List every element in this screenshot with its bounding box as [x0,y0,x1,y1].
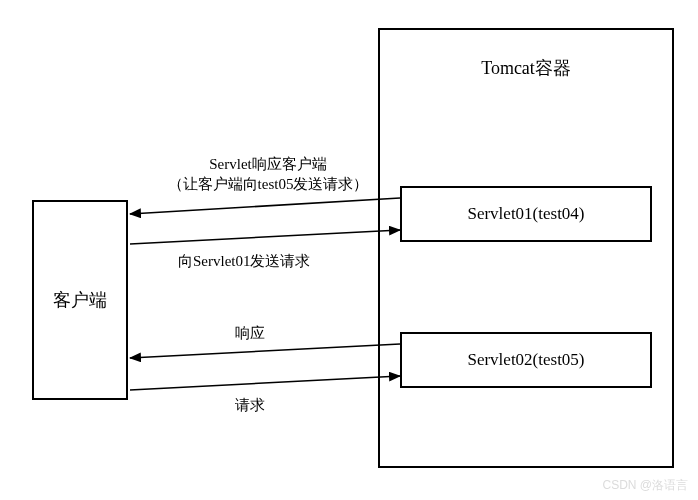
svg-line-2 [130,344,400,358]
client-box: 客户端 [32,200,128,400]
arrow-label-request-servlet02: 请求 [235,396,265,415]
client-label: 客户端 [53,288,107,312]
tomcat-container-box: Tomcat容器 [378,28,674,468]
tomcat-container-label: Tomcat容器 [481,56,571,80]
arrow-label-response-servlet02: 响应 [235,324,265,343]
servlet01-box: Servlet01(test04) [400,186,652,242]
arrow-label-response-redirect-line2: （让客户端向test05发送请求） [148,174,388,194]
watermark: CSDN @洛语言 [602,477,688,494]
svg-line-1 [130,230,400,244]
arrow-label-response-redirect-line1: Servlet响应客户端 [148,154,388,174]
arrow-label-request-servlet01: 向Servlet01发送请求 [178,252,311,271]
servlet02-label: Servlet02(test05) [467,350,584,370]
servlet02-box: Servlet02(test05) [400,332,652,388]
svg-line-0 [130,198,400,214]
servlet01-label: Servlet01(test04) [467,204,584,224]
svg-line-3 [130,376,400,390]
arrow-label-response-redirect: Servlet响应客户端 （让客户端向test05发送请求） [148,154,388,195]
